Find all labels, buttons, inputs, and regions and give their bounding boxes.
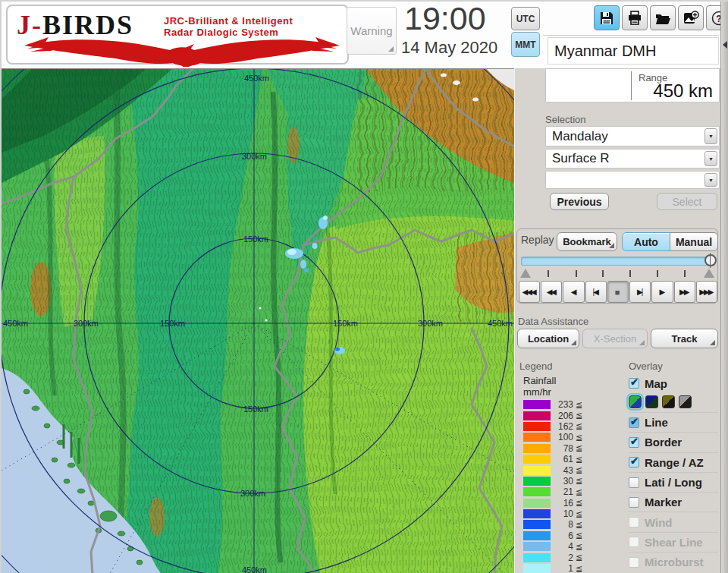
checkbox-marker[interactable] — [629, 497, 639, 508]
slider-tick — [548, 270, 549, 277]
utc-button[interactable]: UTC — [511, 7, 540, 30]
warning-button[interactable]: Warning — [347, 7, 397, 55]
playback-button-6[interactable]: ▶ — [651, 281, 673, 303]
site-dropdown[interactable]: Mandalay ▼ — [545, 126, 720, 146]
mmt-button[interactable]: MMT — [511, 32, 540, 57]
playback-button-5[interactable]: ▶| — [629, 281, 651, 303]
legend-value: 233 — [551, 399, 573, 410]
legend-lte-symbol: ≦ — [576, 509, 582, 519]
ring-label: 300km — [240, 489, 265, 498]
legend-item: 206≦ — [523, 410, 622, 420]
checkbox-range-az[interactable] — [629, 457, 639, 468]
legend-swatch — [523, 466, 551, 475]
playback-button-2[interactable]: ◀ — [563, 281, 584, 303]
location-button[interactable]: Location — [517, 329, 579, 348]
legend-lte-symbol: ≦ — [576, 411, 582, 420]
checkbox-map[interactable] — [629, 378, 639, 389]
corner-arrow-icon — [571, 340, 576, 345]
clock-date: 14 May 2020 — [401, 38, 497, 58]
chevron-down-icon[interactable]: ▼ — [704, 151, 717, 166]
legend-swatch — [523, 411, 551, 420]
legend-value: 16 — [551, 498, 573, 508]
overlay-item-range-az[interactable]: Range / AZ — [629, 452, 718, 472]
open-folder-button[interactable] — [650, 5, 676, 30]
radar-map[interactable]: 450km300km150km150km300km450km450km300km… — [2, 69, 514, 573]
legend-value: 78 — [551, 443, 573, 454]
replay-label: Replay — [521, 234, 554, 246]
replay-slider-thumb[interactable] — [704, 254, 717, 266]
overlay-item-label: Shear Line — [645, 536, 703, 549]
legend-value: 162 — [551, 421, 573, 432]
overlay-item-wind: Wind — [629, 512, 718, 531]
overlay-item-label: Marker — [645, 496, 682, 508]
jbirds-logo: J-BIRDS JRC-Brilliant & Intelligent Rada… — [6, 5, 349, 65]
corner-arrow-icon — [609, 243, 614, 248]
overlay-item-marker[interactable]: Marker — [629, 492, 718, 512]
legend-item: 1≦ — [523, 563, 622, 573]
playback-button-1[interactable]: ◀◀ — [541, 281, 562, 303]
legend-item: 21≦ — [523, 486, 622, 497]
track-button-label: Track — [672, 333, 698, 345]
bookmark-button[interactable]: Bookmark — [557, 232, 617, 251]
overlay-item-label: Border — [645, 436, 682, 449]
checkbox-lati-long[interactable] — [629, 477, 639, 488]
playback-controls: ◀◀◀◀◀◀|◀■▶|▶▶▶▶▶▶ — [519, 281, 717, 303]
data-assistance-label: Data Assistance — [518, 316, 588, 327]
radar-echo — [259, 307, 262, 310]
map-style-swatch-2[interactable] — [662, 395, 675, 408]
slider-start-marker[interactable] — [520, 269, 531, 278]
option-dropdown[interactable]: ▼ — [545, 171, 720, 189]
legend-item: 16≦ — [523, 498, 622, 508]
playback-button-8[interactable]: ▶▶▶ — [696, 281, 717, 303]
radar-echo — [287, 249, 297, 255]
checkbox-border[interactable] — [629, 437, 639, 448]
slider-tick — [629, 270, 631, 277]
checkbox-line[interactable] — [629, 417, 639, 428]
legend-value: 21 — [551, 486, 573, 497]
export-image-button[interactable] — [678, 5, 704, 30]
panel-collapse-sash[interactable] — [720, 2, 728, 573]
overlay-item-line[interactable]: Line — [629, 412, 718, 432]
legend-value: 30 — [551, 476, 573, 486]
manual-mode-button[interactable]: Manual — [670, 232, 718, 251]
map-style-swatch-3[interactable] — [679, 395, 692, 408]
legend-item: 8≦ — [523, 519, 622, 530]
radar-map-area[interactable]: 450km300km150km150km300km450km450km300km… — [2, 68, 514, 573]
playback-button-7[interactable]: ▶▶ — [674, 281, 695, 303]
map-style-swatch-0[interactable] — [629, 395, 642, 408]
overlay-item-shear-line: Shear Line — [629, 532, 718, 552]
chevron-down-icon[interactable]: ▼ — [704, 128, 717, 144]
legend-swatch — [523, 499, 551, 508]
playback-button-4[interactable]: ■ — [607, 281, 629, 303]
playback-button-0[interactable]: ◀◀◀ — [519, 281, 540, 303]
legend-swatch — [523, 542, 551, 551]
overlay-item-lati-long[interactable]: Lati / Long — [629, 472, 718, 492]
overlay-item-microburst: Microburst — [629, 552, 718, 571]
overlay-item-border[interactable]: Border — [629, 432, 718, 452]
radar-echo — [323, 216, 328, 220]
replay-slider-track[interactable] — [521, 257, 715, 266]
checkbox-microburst — [629, 557, 639, 568]
slider-end-marker[interactable] — [704, 269, 714, 278]
track-button[interactable]: Track — [651, 329, 718, 348]
collapse-left-icon — [723, 41, 727, 49]
previous-button[interactable]: Previous — [550, 193, 609, 210]
auto-mode-button[interactable]: Auto — [622, 232, 670, 251]
product-dropdown[interactable]: Surface R ▼ — [545, 149, 720, 168]
checkbox-shear-line — [629, 537, 639, 547]
playback-button-3[interactable]: |◀ — [585, 281, 607, 303]
overlay-item-map[interactable]: Map — [629, 375, 718, 392]
print-button[interactable] — [622, 5, 648, 30]
legend-item: 61≦ — [523, 454, 622, 464]
printer-icon — [626, 10, 643, 27]
map-style-swatch-1[interactable] — [645, 395, 658, 408]
xsection-button-label: X-Section — [594, 333, 636, 345]
chevron-down-icon[interactable]: ▼ — [704, 173, 717, 187]
slider-tick — [602, 270, 604, 277]
legend-swatch — [523, 520, 551, 529]
save-button[interactable] — [594, 5, 620, 30]
legend-swatch — [523, 433, 551, 442]
overlay-item-label: Lati / Long — [645, 476, 702, 489]
legend-lte-symbol: ≦ — [576, 553, 582, 562]
map-style-selector — [629, 392, 718, 412]
